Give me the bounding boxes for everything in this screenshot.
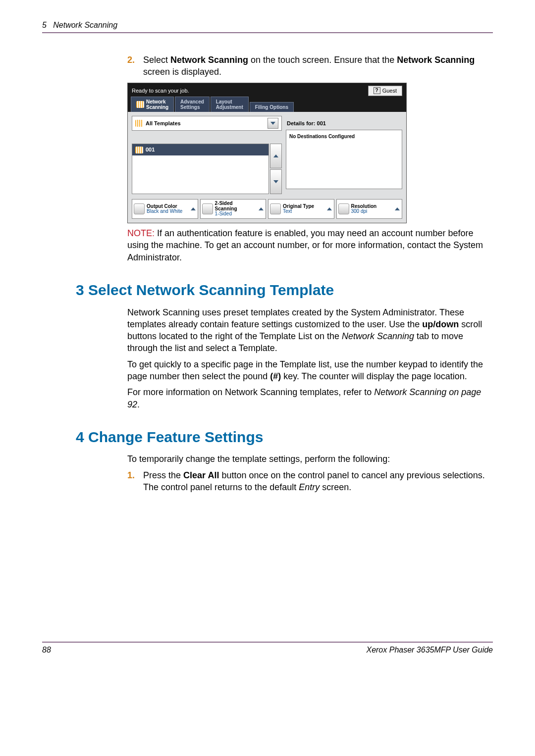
chevron-up-icon (190, 207, 196, 210)
template-icon (135, 147, 143, 153)
chevron-down-icon (273, 180, 278, 183)
tab-filing-options[interactable]: Filing Options (250, 102, 294, 112)
resolution-option[interactable]: Resolution300 dpi (336, 199, 403, 219)
original-type-option[interactable]: Original TypeText (268, 199, 334, 219)
page-number: 88 (42, 645, 51, 655)
tab-network-scanning[interactable]: Network Scanning (131, 97, 174, 112)
step-number: 1. (127, 469, 138, 494)
touchscreen-screenshot: Ready to scan your job. ? Guest Network … (127, 83, 407, 223)
note-label: NOTE: (127, 228, 155, 238)
chapter-number: 5 (42, 21, 47, 29)
page-footer: 88 Xerox Phaser 3635MFP User Guide (42, 642, 493, 655)
sec4-step-1: 1. Press the Clear All button once on th… (127, 469, 493, 494)
two-sided-icon (202, 203, 213, 214)
chevron-down-icon[interactable] (268, 118, 278, 129)
page-header: 5 Network Scanning (42, 20, 493, 33)
color-icon (134, 203, 145, 214)
step-body: Press the Clear All button once on the c… (143, 469, 493, 494)
guest-button[interactable]: ? Guest (368, 86, 402, 96)
chevron-up-icon (394, 207, 400, 210)
resolution-icon (338, 203, 349, 214)
chapter-title: Network Scanning (53, 21, 117, 29)
note-block: NOTE: If an authentication feature is en… (127, 227, 493, 263)
options-row: Output ColorBlack and White 2-Sided Scan… (132, 199, 402, 219)
step-body: Select Network Scanning on the touch scr… (143, 54, 493, 78)
help-icon: ? (374, 87, 380, 94)
sec4-intro: To temporarily change the template setti… (127, 453, 493, 465)
status-bar: Ready to scan your job. ? Guest (128, 83, 406, 98)
all-templates-dropdown[interactable]: All Templates (132, 116, 282, 131)
tab-layout-adjustment[interactable]: Layout Adjustment (211, 97, 249, 112)
scroll-down-button[interactable] (270, 169, 282, 194)
note-text: If an authentication feature is enabled,… (127, 228, 483, 262)
sec3-p2: To get quickly to a specific page in the… (127, 358, 493, 383)
doc-title: Xerox Phaser 3635MFP User Guide (366, 645, 493, 655)
chevron-up-icon (258, 207, 264, 210)
template-list: 001 (132, 144, 269, 194)
tab-bar: Network Scanning Advanced Settings Layou… (128, 98, 406, 112)
output-color-option[interactable]: Output ColorBlack and White (132, 199, 198, 219)
network-scan-icon (136, 101, 144, 108)
templates-icon (135, 120, 143, 127)
two-sided-option[interactable]: 2-Sided Scanning1-Sided (200, 199, 267, 219)
chevron-up-icon (273, 154, 278, 157)
original-type-icon (270, 203, 281, 214)
tab-advanced-settings[interactable]: Advanced Settings (175, 97, 210, 112)
sec3-p3: For more information on Network Scanning… (127, 386, 493, 410)
template-item[interactable]: 001 (132, 144, 268, 155)
heading-change-settings: 4 Change Feature Settings (76, 427, 493, 448)
step-2: 2. Select Network Scanning on the touch … (127, 54, 493, 78)
chevron-up-icon (326, 207, 332, 210)
sec3-p1: Network Scanning uses preset templates c… (127, 306, 493, 354)
destinations-box: No Destinations Configured (286, 130, 402, 189)
heading-select-template: 3 Select Network Scanning Template (76, 280, 493, 301)
details-header: Details for: 001 (286, 116, 402, 130)
step-number: 2. (127, 54, 138, 78)
status-text: Ready to scan your job. (132, 87, 189, 95)
scroll-up-button[interactable] (270, 144, 282, 168)
